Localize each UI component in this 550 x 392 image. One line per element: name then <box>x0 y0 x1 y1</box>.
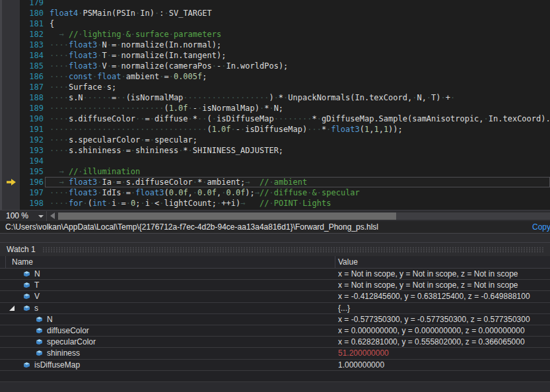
chevron-down-icon <box>38 215 44 218</box>
code-text: ····float3·T·=·normalize(In.tangent); <box>50 50 226 61</box>
line-number: 196 <box>18 177 44 187</box>
code-text: ····s.N······=··(isNormalMap············… <box>50 92 455 103</box>
watch-row[interactable]: diffuseColorx = 0.000000000, y = 0.00000… <box>0 325 550 337</box>
horizontal-scrollbar-thumb[interactable] <box>58 212 396 220</box>
watch-name-cell: N <box>34 269 40 279</box>
variable-icon <box>35 315 44 323</box>
column-header-value[interactable]: Value <box>338 256 358 268</box>
line-number: 183 <box>18 40 44 50</box>
watch-value-cell: {...} <box>338 303 547 313</box>
watch-grid-header: Name Value <box>0 256 550 269</box>
code-text: ····s.diffuseColor··=·diffuse·*··(·isDif… <box>50 114 550 124</box>
code-line[interactable]: 184····float3·T·=·normalize(In.tangent); <box>0 50 550 61</box>
column-header-name[interactable]: Name <box>12 256 33 268</box>
file-path-bar: C:\Users\volkan\AppData\Local\Temp\{2176… <box>0 221 550 234</box>
watch-row[interactable]: isDiffuseMap1.000000000 <box>0 360 550 371</box>
line-number: 191 <box>18 124 44 135</box>
watch-row[interactable]: Nx = -0.577350300, y = -0.577350300, z =… <box>0 314 550 325</box>
watch-panel-title: Watch 1 <box>7 243 36 256</box>
watch-name-cell: shininess <box>47 348 80 358</box>
watch-panel-empty-area <box>0 382 550 392</box>
code-editor[interactable]: 179180float4·PSMain(PSIn·In)·:·SV_TARGET… <box>0 0 550 210</box>
line-number: 192 <box>18 135 44 145</box>
line-number: 197 <box>18 187 44 198</box>
current-statement-arrow-icon <box>6 178 17 186</box>
watch-rows: Nx = Not in scope, y = Not in scope, z =… <box>0 269 550 382</box>
watch-value-cell: x = -0.577350300, y = -0.577350300, z = … <box>338 314 547 325</box>
variable-icon <box>35 349 44 357</box>
watch-new-row[interactable] <box>0 371 550 382</box>
watch-row[interactable]: Vx = -0.412845600, y = 0.638125400, z = … <box>0 291 550 302</box>
line-number: 181 <box>18 18 44 29</box>
watch-name-cell: N <box>47 314 53 325</box>
watch-value-cell: 1.000000000 <box>338 360 547 370</box>
line-number: 180 <box>18 8 44 18</box>
expander-collapse-icon[interactable] <box>9 305 15 311</box>
watch-name-cell: isDiffuseMap <box>34 360 80 370</box>
code-line[interactable]: 197····float3·IdIs·=·float3(0.0f,·0.0f,·… <box>0 187 550 198</box>
variable-icon <box>22 304 31 312</box>
watch-name-cell: specularColor <box>47 337 96 347</box>
watch-value-cell: 51.200000000 <box>338 348 547 358</box>
watch-value-cell: x = Not in scope, y = Not in scope, z = … <box>338 280 547 290</box>
watch-name-cell: s <box>34 303 38 313</box>
watch-value-cell: x = -0.412845600, y = 0.638125400, z = -… <box>338 291 547 302</box>
code-text: → //·illumination <box>50 166 140 177</box>
code-text: ····float3·V·=·normalize(cameraPos·-·In.… <box>50 61 288 71</box>
code-line[interactable]: 189························(1.0f·-·isNor… <box>0 103 550 114</box>
variable-icon <box>22 361 31 369</box>
code-text: ····float3·N·=·normalize(In.normal); <box>50 40 221 50</box>
watch-name-cell: T <box>34 280 39 290</box>
code-line[interactable]: 187····Surface·s; <box>0 82 550 92</box>
line-number: 198 <box>18 198 44 209</box>
ide-window: 179180float4·PSMain(PSIn·In)·:·SV_TARGET… <box>0 0 550 392</box>
watch-panel: Watch 1 Name Value Nx = Not in scope, y … <box>0 242 550 392</box>
code-line[interactable]: 179 <box>0 0 550 8</box>
code-line[interactable]: 186····const·float·ambient·=·0.005f; <box>0 71 550 82</box>
watch-value-cell: x = Not in scope, y = Not in scope, z = … <box>338 269 547 279</box>
line-number: 190 <box>18 114 44 124</box>
code-line[interactable]: 193····s.shininess·=·shininess·*·SHININE… <box>0 145 550 156</box>
watch-row[interactable]: Tx = Not in scope, y = Not in scope, z =… <box>0 280 550 291</box>
code-text: ····s.specularColor·=·specular; <box>50 135 197 145</box>
code-line[interactable]: 198····for·(int·i·=·0;·i·<·lightCount;·+… <box>0 198 550 209</box>
code-line[interactable]: 185····float3·V·=·normalize(cameraPos·-·… <box>0 61 550 71</box>
code-line[interactable]: 191·································(1.0… <box>0 124 550 135</box>
scroll-left-button[interactable] <box>50 212 55 219</box>
code-line[interactable]: 182 → //·lighting·&·surface·parameters <box>0 29 550 40</box>
line-number: 179 <box>18 0 44 8</box>
horizontal-scrollbar-row: 100 % <box>0 210 550 221</box>
line-number: 193 <box>18 145 44 156</box>
watch-row[interactable]: Nx = Not in scope, y = Not in scope, z =… <box>0 269 550 280</box>
watch-value-cell: x = 0.000000000, y = 0.000000000, z = 0.… <box>338 325 547 336</box>
watch-value-cell: x = 0.628281000, y = 0.555802000, z = 0.… <box>338 337 547 347</box>
code-line[interactable]: 181{ <box>0 18 550 29</box>
code-line[interactable]: 192····s.specularColor·=·specular; <box>0 135 550 145</box>
code-line[interactable]: 195 → //·illumination <box>0 166 550 177</box>
line-number: 187 <box>18 82 44 92</box>
line-number: 185 <box>18 61 44 71</box>
code-line[interactable]: 194 <box>0 156 550 166</box>
code-line[interactable]: 188····s.N······=··(isNormalMap·········… <box>0 92 550 103</box>
watch-panel-titlebar[interactable]: Watch 1 <box>0 243 550 256</box>
code-text: ····const·float·ambient·=·0.005f; <box>50 71 207 82</box>
code-line[interactable]: 183····float3·N·=·normalize(In.normal); <box>0 40 550 50</box>
line-number: 184 <box>18 50 44 61</box>
code-line[interactable]: 180float4·PSMain(PSIn·In)·:·SV_TARGET <box>0 8 550 18</box>
code-line[interactable]: 190····s.diffuseColor··=·diffuse·*··(·is… <box>0 114 550 124</box>
variable-icon <box>35 327 44 335</box>
editor-zoom-combo[interactable]: 100 % <box>1 211 47 221</box>
code-text: → //·lighting·&·surface·parameters <box>50 29 221 40</box>
titlebar-grip-texture <box>42 247 545 253</box>
code-text: float4·PSMain(PSIn·In)·:·SV_TARGET <box>50 8 212 18</box>
variable-icon <box>35 338 44 346</box>
watch-row[interactable]: shininess51.200000000 <box>0 348 550 359</box>
code-text: { <box>50 18 54 29</box>
watch-name-cell: V <box>34 291 40 302</box>
line-number: 194 <box>18 156 44 166</box>
variable-icon <box>22 292 31 300</box>
watch-row[interactable]: s{...} <box>0 303 550 314</box>
watch-row[interactable]: specularColorx = 0.628281000, y = 0.5558… <box>0 337 550 348</box>
copy-path-link[interactable]: Copy <box>532 221 550 233</box>
file-path: C:\Users\volkan\AppData\Local\Temp\{2176… <box>5 221 378 233</box>
